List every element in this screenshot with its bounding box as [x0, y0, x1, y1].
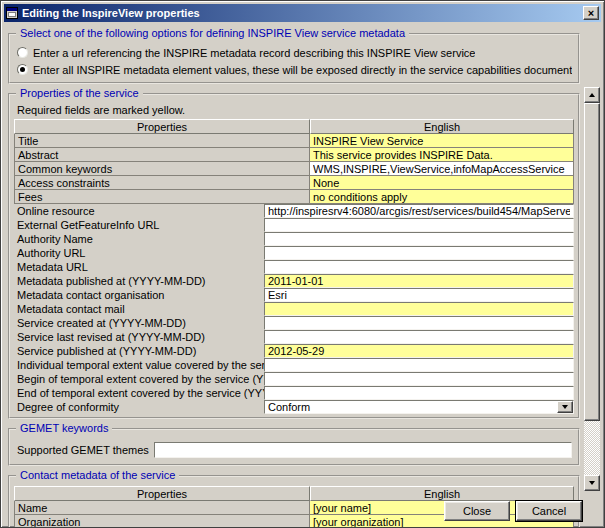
gemet-themes-input[interactable] — [154, 442, 572, 458]
property-row: Authority Name — [14, 232, 574, 246]
property-row-label: Authority URL — [14, 246, 264, 260]
property-value-input[interactable] — [264, 358, 574, 372]
gemet-group-title: GEMET keywords — [16, 422, 112, 435]
radio-button[interactable] — [17, 64, 28, 75]
options-list: Enter a url referencing the INSPIRE meta… — [14, 45, 574, 77]
property-value-input[interactable] — [264, 288, 574, 302]
column-header-properties: Properties — [14, 119, 310, 134]
property-row-label: Begin of temporal extent covered by the … — [14, 372, 264, 386]
column-header-english: English — [310, 119, 574, 134]
property-row-label: Access constraints — [15, 176, 310, 189]
window-title: Editing the InspireView properties — [22, 7, 581, 19]
property-row: Begin of temporal extent covered by the … — [14, 372, 574, 386]
contact-group-title: Contact metadata of the service — [16, 469, 179, 482]
property-row: Degree of conformityConform — [14, 400, 574, 414]
property-row-label: End of temporal extent covered by the se… — [14, 386, 264, 400]
radio-dot — [20, 67, 25, 72]
property-row: Access constraints — [14, 176, 574, 190]
radio-option-label: Enter a url referencing the INSPIRE meta… — [33, 47, 475, 59]
property-row: Metadata published at (YYYY-MM-DD) — [14, 274, 574, 288]
property-row: Service created at (YYYY-MM-DD) — [14, 316, 574, 330]
close-icon[interactable]: × — [583, 6, 599, 20]
property-row: Service published at (YYYY-MM-DD) — [14, 344, 574, 358]
property-row-label: Degree of conformity — [14, 400, 264, 414]
scrollbar-down-button[interactable] — [584, 475, 600, 491]
property-row-label: Individual temporal extent value covered… — [14, 358, 264, 372]
property-row: Common keywords — [14, 162, 574, 176]
property-value-input[interactable] — [310, 148, 573, 161]
property-row-label: Abstract — [15, 148, 310, 161]
scrollbar-up-button[interactable] — [584, 87, 600, 103]
property-value-input[interactable] — [310, 190, 573, 203]
property-row-label: External GetFeatureInfo URL — [14, 218, 264, 232]
dropdown-selected-value: Conform — [265, 401, 557, 413]
property-row-label: Common keywords — [15, 162, 310, 175]
down-arrow-icon — [562, 405, 568, 409]
property-value-input[interactable] — [264, 218, 574, 232]
properties-dialog: Editing the InspireView properties × Sel… — [0, 0, 605, 528]
property-value-input[interactable] — [264, 330, 574, 344]
property-value-input[interactable] — [264, 204, 574, 218]
radio-option-label: Enter all INSPIRE metadata element value… — [33, 64, 572, 76]
dialog-content: Select one of the following options for … — [1, 22, 604, 528]
radio-button[interactable] — [17, 47, 28, 58]
radio-option[interactable]: Enter all INSPIRE metadata element value… — [17, 62, 574, 77]
property-row: Individual temporal extent value covered… — [14, 358, 574, 372]
contact-header-row: PropertiesEnglish — [14, 486, 574, 501]
property-row-label: Metadata published at (YYYY-MM-DD) — [14, 274, 264, 288]
property-value-input[interactable] — [264, 386, 574, 400]
radio-option[interactable]: Enter a url referencing the INSPIRE meta… — [17, 45, 574, 60]
required-fields-note: Required fields are marked yellow. — [17, 104, 574, 116]
property-row: Fees — [14, 190, 574, 204]
property-value-input[interactable] — [310, 162, 573, 175]
property-row: Online resource — [14, 204, 574, 218]
property-value-input[interactable] — [264, 316, 574, 330]
property-value-input[interactable] — [264, 302, 574, 316]
property-row-label: Online resource — [14, 204, 264, 218]
properties-table: PropertiesEnglishTitleAbstractCommon key… — [14, 119, 574, 414]
down-arrow-icon — [589, 481, 595, 485]
property-row-label: Authority Name — [14, 232, 264, 246]
options-group-title: Select one of the following options for … — [16, 27, 409, 40]
button-row: Close Cancel — [444, 501, 582, 521]
properties-group: Properties of the service Required field… — [8, 93, 580, 419]
contact-row-label: Organization — [15, 515, 310, 528]
gemet-row: Supported GEMET themes — [17, 441, 572, 458]
property-row: Metadata URL — [14, 260, 574, 274]
property-row: Service last revised at (YYYY-MM-DD) — [14, 330, 574, 344]
property-row-label: Metadata URL — [14, 260, 264, 274]
cancel-button[interactable]: Cancel — [516, 501, 582, 521]
options-group: Select one of the following options for … — [8, 33, 580, 84]
property-row: External GetFeatureInfo URL — [14, 218, 574, 232]
property-value-input[interactable] — [264, 246, 574, 260]
property-row: Metadata contact mail — [14, 302, 574, 316]
property-value-input[interactable] — [310, 176, 573, 189]
property-row-label: Fees — [15, 190, 310, 203]
up-arrow-icon — [589, 93, 595, 97]
property-value-input[interactable] — [264, 372, 574, 386]
titlebar[interactable]: Editing the InspireView properties × — [4, 4, 601, 22]
app-icon — [6, 7, 18, 19]
property-row: Abstract — [14, 148, 574, 162]
property-value-input[interactable] — [264, 344, 574, 358]
property-dropdown[interactable]: Conform — [264, 400, 574, 414]
properties-group-title: Properties of the service — [16, 87, 143, 100]
property-row-label: Metadata contact organisation — [14, 288, 264, 302]
property-row: End of temporal extent covered by the se… — [14, 386, 574, 400]
property-value-input[interactable] — [264, 232, 574, 246]
column-header-english: English — [310, 486, 574, 501]
scrollbar-thumb[interactable] — [584, 103, 600, 421]
property-value-input[interactable] — [264, 260, 574, 274]
contact-row-label: Name — [15, 501, 310, 514]
property-row: Authority URL — [14, 246, 574, 260]
property-value-input[interactable] — [264, 274, 574, 288]
chevron-down-icon[interactable] — [557, 401, 573, 413]
gemet-themes-label: Supported GEMET themes — [17, 444, 149, 456]
property-header-row: PropertiesEnglish — [14, 119, 574, 134]
property-value-input[interactable] — [310, 134, 573, 147]
property-row-label: Service created at (YYYY-MM-DD) — [14, 316, 264, 330]
property-row-label: Service last revised at (YYYY-MM-DD) — [14, 330, 264, 344]
close-button[interactable]: Close — [444, 501, 510, 521]
vertical-scrollbar[interactable] — [584, 87, 600, 491]
property-row-label: Service published at (YYYY-MM-DD) — [14, 344, 264, 358]
